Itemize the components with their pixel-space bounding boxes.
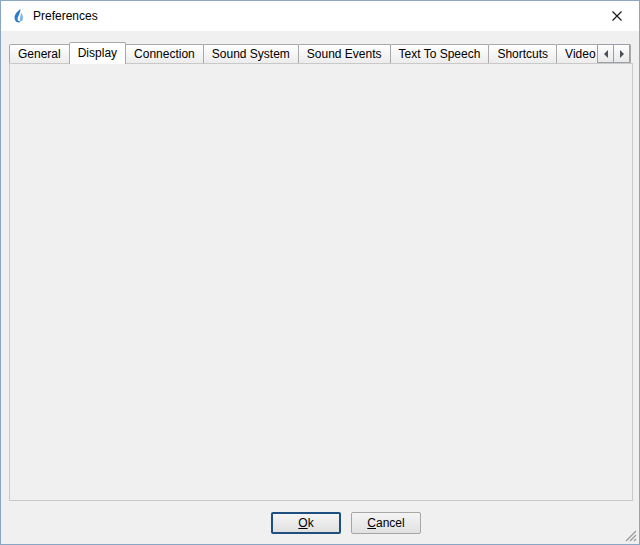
tab-text-to-speech[interactable]: Text To Speech (390, 44, 490, 63)
app-icon (10, 8, 26, 24)
tab-scroll-right-button[interactable] (613, 44, 630, 63)
tab-display[interactable]: Display (69, 42, 126, 64)
arrow-right-icon (620, 50, 624, 58)
tab-bar: General Display Connection Sound System … (9, 42, 631, 64)
ok-button[interactable]: Ok (271, 512, 341, 534)
ok-button-label: Ok (298, 516, 313, 530)
titlebar[interactable]: Preferences (1, 1, 639, 31)
display-tab-page (9, 63, 633, 501)
resize-grip[interactable] (624, 529, 637, 542)
tab-connection[interactable]: Connection (125, 44, 204, 63)
preferences-dialog: Preferences General Display Connection S… (0, 0, 640, 545)
cancel-button-label: Cancel (367, 516, 404, 530)
tab-scroll-left-button[interactable] (597, 44, 614, 63)
tab-sound-system[interactable]: Sound System (203, 44, 299, 63)
cancel-button[interactable]: Cancel (351, 512, 421, 534)
close-icon (612, 11, 622, 21)
tab-scroll-control (598, 44, 630, 63)
arrow-left-icon (604, 50, 608, 58)
close-button[interactable] (594, 1, 639, 30)
tab-general[interactable]: General (9, 44, 70, 63)
tab-sound-events[interactable]: Sound Events (298, 44, 391, 63)
tab-shortcuts[interactable]: Shortcuts (488, 44, 557, 63)
window-title: Preferences (33, 9, 98, 23)
